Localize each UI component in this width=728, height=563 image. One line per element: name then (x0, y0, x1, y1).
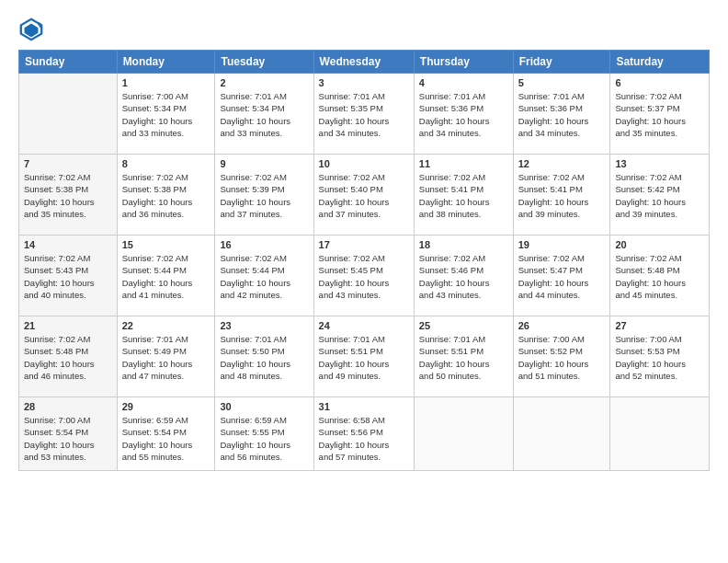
calendar-cell: 21Sunrise: 7:02 AMSunset: 5:48 PMDayligh… (19, 316, 118, 397)
day-number: 11 (419, 158, 508, 169)
calendar-cell: 20Sunrise: 7:02 AMSunset: 5:48 PMDayligh… (610, 236, 710, 316)
calendar-cell: 12Sunrise: 7:02 AMSunset: 5:41 PMDayligh… (513, 155, 610, 236)
day-info: Sunrise: 7:02 AMSunset: 5:38 PMDaylight:… (122, 171, 210, 220)
day-number: 17 (319, 239, 409, 250)
header-friday: Friday (513, 51, 610, 74)
calendar-cell: 15Sunrise: 7:02 AMSunset: 5:44 PMDayligh… (117, 236, 215, 316)
day-info: Sunrise: 7:01 AMSunset: 5:36 PMDaylight:… (518, 90, 606, 139)
calendar-cell: 4Sunrise: 7:01 AMSunset: 5:36 PMDaylight… (414, 74, 513, 155)
calendar-cell: 3Sunrise: 7:01 AMSunset: 5:35 PMDaylight… (313, 74, 414, 155)
calendar-cell: 6Sunrise: 7:02 AMSunset: 5:37 PMDaylight… (610, 74, 710, 155)
header-tuesday: Tuesday (215, 51, 313, 74)
day-info: Sunrise: 7:02 AMSunset: 5:43 PMDaylight:… (24, 252, 112, 301)
svg-marker-2 (25, 23, 39, 37)
calendar-table: SundayMondayTuesdayWednesdayThursdayFrid… (18, 50, 710, 471)
day-number: 21 (24, 320, 112, 331)
week-row-2: 14Sunrise: 7:02 AMSunset: 5:43 PMDayligh… (19, 236, 710, 316)
day-number: 10 (319, 158, 409, 169)
day-number: 1 (122, 77, 210, 88)
calendar-cell (513, 397, 610, 471)
day-info: Sunrise: 7:02 AMSunset: 5:48 PMDaylight:… (615, 252, 704, 301)
week-row-1: 7Sunrise: 7:02 AMSunset: 5:38 PMDaylight… (19, 155, 710, 236)
day-info: Sunrise: 7:02 AMSunset: 5:38 PMDaylight:… (24, 171, 112, 220)
day-info: Sunrise: 7:01 AMSunset: 5:50 PMDaylight:… (220, 333, 308, 382)
calendar-cell: 16Sunrise: 7:02 AMSunset: 5:44 PMDayligh… (215, 236, 313, 316)
day-number: 3 (319, 77, 409, 88)
day-info: Sunrise: 7:00 AMSunset: 5:54 PMDaylight:… (24, 414, 112, 463)
calendar-cell: 25Sunrise: 7:01 AMSunset: 5:51 PMDayligh… (414, 316, 513, 397)
calendar-cell: 28Sunrise: 7:00 AMSunset: 5:54 PMDayligh… (19, 397, 118, 471)
calendar-cell: 22Sunrise: 7:01 AMSunset: 5:49 PMDayligh… (117, 316, 215, 397)
day-number: 20 (615, 239, 704, 250)
day-info: Sunrise: 7:02 AMSunset: 5:39 PMDaylight:… (220, 171, 308, 220)
day-info: Sunrise: 7:02 AMSunset: 5:37 PMDaylight:… (615, 90, 704, 139)
day-number: 12 (518, 158, 606, 169)
day-info: Sunrise: 7:02 AMSunset: 5:47 PMDaylight:… (518, 252, 606, 301)
calendar-cell: 23Sunrise: 7:01 AMSunset: 5:50 PMDayligh… (215, 316, 313, 397)
day-info: Sunrise: 7:01 AMSunset: 5:34 PMDaylight:… (220, 90, 308, 139)
calendar-cell: 9Sunrise: 7:02 AMSunset: 5:39 PMDaylight… (215, 155, 313, 236)
page: SundayMondayTuesdayWednesdayThursdayFrid… (0, 0, 728, 563)
day-number: 2 (220, 77, 308, 88)
day-number: 24 (319, 320, 409, 331)
logo-icon (18, 17, 44, 42)
day-info: Sunrise: 7:02 AMSunset: 5:40 PMDaylight:… (319, 171, 409, 220)
day-number: 22 (122, 320, 210, 331)
header-monday: Monday (117, 51, 215, 74)
calendar-cell: 8Sunrise: 7:02 AMSunset: 5:38 PMDaylight… (117, 155, 215, 236)
calendar-cell: 13Sunrise: 7:02 AMSunset: 5:42 PMDayligh… (610, 155, 710, 236)
week-row-3: 21Sunrise: 7:02 AMSunset: 5:48 PMDayligh… (19, 316, 710, 397)
calendar-cell: 27Sunrise: 7:00 AMSunset: 5:53 PMDayligh… (610, 316, 710, 397)
logo (18, 17, 48, 42)
calendar-cell: 1Sunrise: 7:00 AMSunset: 5:34 PMDaylight… (117, 74, 215, 155)
day-number: 9 (220, 158, 308, 169)
day-info: Sunrise: 7:00 AMSunset: 5:53 PMDaylight:… (615, 333, 704, 382)
header-row: SundayMondayTuesdayWednesdayThursdayFrid… (19, 51, 710, 74)
day-info: Sunrise: 7:02 AMSunset: 5:44 PMDaylight:… (122, 252, 210, 301)
calendar-cell: 10Sunrise: 7:02 AMSunset: 5:40 PMDayligh… (313, 155, 414, 236)
day-number: 19 (518, 239, 606, 250)
day-number: 25 (419, 320, 508, 331)
day-number: 27 (615, 320, 704, 331)
day-info: Sunrise: 6:58 AMSunset: 5:56 PMDaylight:… (319, 414, 409, 463)
day-number: 28 (24, 401, 112, 412)
calendar-cell (414, 397, 513, 471)
day-number: 14 (24, 239, 112, 250)
calendar-cell: 24Sunrise: 7:01 AMSunset: 5:51 PMDayligh… (313, 316, 414, 397)
day-info: Sunrise: 7:01 AMSunset: 5:51 PMDaylight:… (419, 333, 508, 382)
day-number: 31 (319, 401, 409, 412)
header-thursday: Thursday (414, 51, 513, 74)
day-number: 13 (615, 158, 704, 169)
calendar-cell: 19Sunrise: 7:02 AMSunset: 5:47 PMDayligh… (513, 236, 610, 316)
day-number: 6 (615, 77, 704, 88)
calendar-cell: 30Sunrise: 6:59 AMSunset: 5:55 PMDayligh… (215, 397, 313, 471)
day-number: 4 (419, 77, 508, 88)
day-info: Sunrise: 7:01 AMSunset: 5:35 PMDaylight:… (319, 90, 409, 139)
day-info: Sunrise: 7:00 AMSunset: 5:52 PMDaylight:… (518, 333, 606, 382)
day-info: Sunrise: 7:01 AMSunset: 5:51 PMDaylight:… (319, 333, 409, 382)
day-number: 23 (220, 320, 308, 331)
calendar-cell: 14Sunrise: 7:02 AMSunset: 5:43 PMDayligh… (19, 236, 118, 316)
week-row-0: 1Sunrise: 7:00 AMSunset: 5:34 PMDaylight… (19, 74, 710, 155)
day-info: Sunrise: 7:00 AMSunset: 5:34 PMDaylight:… (122, 90, 210, 139)
header-sunday: Sunday (19, 51, 118, 74)
calendar-cell: 18Sunrise: 7:02 AMSunset: 5:46 PMDayligh… (414, 236, 513, 316)
calendar-cell (19, 74, 118, 155)
calendar-cell: 2Sunrise: 7:01 AMSunset: 5:34 PMDaylight… (215, 74, 313, 155)
calendar-cell: 17Sunrise: 7:02 AMSunset: 5:45 PMDayligh… (313, 236, 414, 316)
day-number: 16 (220, 239, 308, 250)
day-info: Sunrise: 6:59 AMSunset: 5:54 PMDaylight:… (122, 414, 210, 463)
day-number: 15 (122, 239, 210, 250)
day-number: 29 (122, 401, 210, 412)
header (18, 17, 710, 42)
day-number: 7 (24, 158, 112, 169)
calendar-cell: 29Sunrise: 6:59 AMSunset: 5:54 PMDayligh… (117, 397, 215, 471)
day-info: Sunrise: 7:02 AMSunset: 5:42 PMDaylight:… (615, 171, 704, 220)
calendar-cell (610, 397, 710, 471)
day-number: 5 (518, 77, 606, 88)
day-info: Sunrise: 7:02 AMSunset: 5:44 PMDaylight:… (220, 252, 308, 301)
day-info: Sunrise: 7:01 AMSunset: 5:36 PMDaylight:… (419, 90, 508, 139)
day-info: Sunrise: 7:02 AMSunset: 5:48 PMDaylight:… (24, 333, 112, 382)
calendar-cell: 7Sunrise: 7:02 AMSunset: 5:38 PMDaylight… (19, 155, 118, 236)
day-info: Sunrise: 6:59 AMSunset: 5:55 PMDaylight:… (220, 414, 308, 463)
